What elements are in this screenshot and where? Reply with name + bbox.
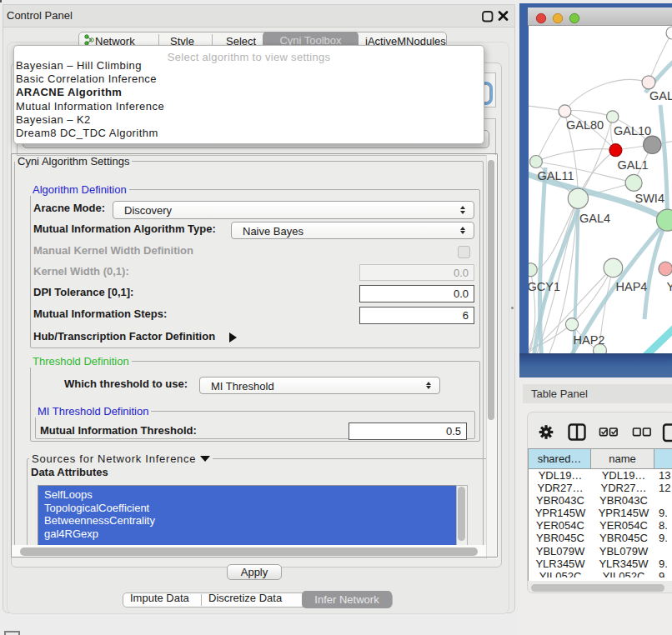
svg-text:GAL80: GAL80 bbox=[566, 118, 604, 132]
svg-text:Y: Y bbox=[667, 280, 672, 293]
svg-text:GAL10: GAL10 bbox=[614, 124, 651, 138]
svg-text:HAP4: HAP4 bbox=[616, 280, 648, 293]
svg-text:GAL4: GAL4 bbox=[579, 212, 610, 225]
svg-text:HAP2: HAP2 bbox=[574, 333, 605, 347]
svg-text:GCY1: GCY1 bbox=[529, 280, 560, 293]
svg-text:SWI4: SWI4 bbox=[635, 192, 664, 205]
svg-text:GAL11: GAL11 bbox=[538, 169, 574, 182]
svg-text:GAL1: GAL1 bbox=[618, 158, 649, 172]
svg-text:GAL: GAL bbox=[649, 89, 672, 102]
